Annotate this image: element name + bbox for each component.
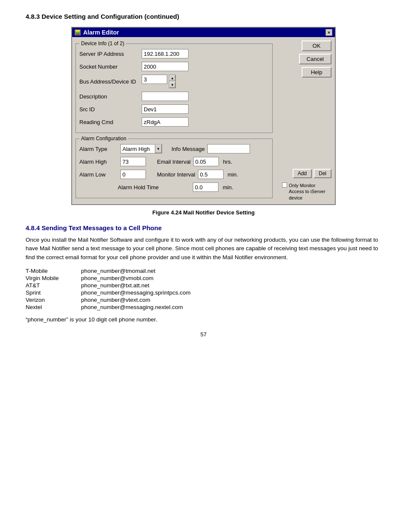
- provider-email-2: phone_number@txt.att.net: [81, 282, 149, 289]
- alarm-type-value: Alarm High: [121, 145, 155, 153]
- provider-row-4: Verizon phone_number@vtext.com: [26, 297, 381, 303]
- info-message-input[interactable]: [207, 144, 250, 153]
- dialog-close-button[interactable]: ×: [326, 29, 332, 36]
- description-row: Description: [79, 92, 269, 101]
- provider-name-5: Nextel: [26, 304, 81, 310]
- bus-address-scroll-area: ▲ ▼: [142, 75, 176, 88]
- del-button[interactable]: Del: [314, 169, 331, 178]
- provider-name-3: Sprint: [26, 289, 81, 296]
- device-info-legend: Device Info (1 of 2): [79, 40, 126, 46]
- src-id-input[interactable]: [142, 104, 189, 114]
- dialog-titlebar: Alarm Editor ×: [72, 28, 335, 37]
- alarm-type-label: Alarm Type: [79, 146, 118, 152]
- only-monitor-label: Only Monitor Access to iServer device: [289, 182, 331, 201]
- svg-rect-1: [76, 30, 80, 32]
- only-monitor-area: Only Monitor Access to iServer device: [282, 182, 331, 201]
- src-id-label: Src ID: [79, 106, 139, 113]
- alarm-type-row: Alarm Type Alarm High ▼ Info Message: [79, 144, 269, 153]
- monitor-interval-input[interactable]: [198, 170, 224, 179]
- provider-row-5: Nextel phone_number@messaging.nextel.com: [26, 304, 381, 310]
- reading-cmd-row: Reading Cmd: [79, 117, 269, 127]
- help-button[interactable]: Help: [302, 67, 331, 78]
- add-button[interactable]: Add: [293, 169, 312, 178]
- info-message-label: Info Message: [172, 146, 205, 152]
- device-info-fieldset: Device Info (1 of 2) Server IP Address S…: [76, 40, 273, 133]
- reading-cmd-input[interactable]: [142, 117, 189, 127]
- alarm-hold-time-unit: min.: [223, 184, 233, 191]
- provider-row-1: Virgin Mobile phone_number@vmobl.com: [26, 275, 381, 281]
- alarm-high-row: Alarm High Email Interval hrs.: [79, 157, 269, 166]
- provider-name-1: Virgin Mobile: [26, 275, 81, 281]
- description-label: Description: [79, 93, 139, 100]
- provider-email-0: phone_number@tmomail.net: [81, 268, 155, 274]
- add-del-row: Add Del: [293, 169, 331, 178]
- svg-rect-2: [76, 32, 80, 33]
- alarm-type-select[interactable]: Alarm High ▼: [120, 144, 162, 153]
- dialog-body: Device Info (1 of 2) Server IP Address S…: [72, 37, 335, 204]
- provider-email-5: phone_number@messaging.nextel.com: [81, 304, 183, 310]
- provider-email-4: phone_number@vtext.com: [81, 297, 150, 303]
- email-interval-label: Email Interval: [157, 159, 191, 165]
- section-484-body: Once you install the Mail Notifier Softw…: [26, 236, 381, 262]
- alarm-hold-time-row: Alarm Hold Time min.: [79, 182, 269, 192]
- provider-table: T-Mobile phone_number@tmomail.net Virgin…: [26, 268, 381, 310]
- socket-number-row: Socket Number: [79, 62, 269, 71]
- socket-number-input[interactable]: [142, 62, 189, 71]
- alarm-hold-time-input[interactable]: [193, 182, 218, 192]
- scroll-up-arrow[interactable]: ▲: [169, 75, 175, 81]
- server-ip-label: Server IP Address: [79, 51, 139, 57]
- page-number: 57: [26, 331, 381, 338]
- provider-email-3: phone_number@messaging.sprintpcs.com: [81, 289, 191, 296]
- section-484-heading: 4.8.4 Sending Text Messages to a Cell Ph…: [26, 224, 381, 231]
- bus-address-label: Bus Address/Device ID: [79, 78, 139, 85]
- reading-cmd-label: Reading Cmd: [79, 119, 139, 125]
- server-ip-row: Server IP Address: [79, 49, 269, 58]
- cancel-button[interactable]: Cancel: [299, 54, 331, 64]
- dialog-title-text: Alarm Editor: [83, 29, 119, 36]
- description-input[interactable]: [142, 92, 189, 101]
- note-text: “phone_number” is your 10 digit cell pho…: [26, 316, 381, 323]
- email-interval-input[interactable]: [193, 157, 219, 166]
- scrollbar[interactable]: ▲ ▼: [169, 75, 176, 88]
- monitor-interval-unit: min.: [228, 171, 238, 178]
- alarm-low-label: Alarm Low: [79, 171, 118, 178]
- provider-row-2: AT&T phone_number@txt.att.net: [26, 282, 381, 289]
- titlebar-left: Alarm Editor: [75, 29, 119, 36]
- alarm-low-input[interactable]: [120, 170, 146, 179]
- ok-button[interactable]: OK: [302, 40, 331, 51]
- section-heading: 4.8.3 Device Setting and Configuration (…: [26, 13, 381, 20]
- alarm-editor-dialog: Alarm Editor × Device Info (1 of 2) Serv…: [71, 27, 336, 205]
- email-interval-unit: hrs.: [223, 159, 233, 165]
- server-ip-input[interactable]: [142, 49, 189, 58]
- svg-rect-3: [76, 34, 80, 35]
- bus-address-input[interactable]: [142, 75, 167, 84]
- monitor-interval-label: Monitor Interval: [157, 171, 195, 178]
- alarm-high-input[interactable]: [120, 157, 146, 166]
- socket-number-label: Socket Number: [79, 64, 139, 70]
- dialog-right-panel: OK Cancel Help Add Del Only Monitor Acce…: [276, 40, 331, 201]
- alarm-config-legend: Alarm Configuration: [79, 136, 128, 142]
- provider-name-4: Verizon: [26, 297, 81, 303]
- scroll-down-arrow[interactable]: ▼: [169, 82, 175, 88]
- only-monitor-checkbox[interactable]: [282, 182, 287, 188]
- provider-name-2: AT&T: [26, 282, 81, 289]
- alarm-low-row: Alarm Low Monitor Interval min.: [79, 170, 269, 179]
- alarm-config-fieldset: Alarm Configuration Alarm Type Alarm Hig…: [76, 136, 273, 198]
- figure-caption: Figure 4.24 Mail Notifier Device Setting: [26, 209, 381, 216]
- src-id-row: Src ID: [79, 104, 269, 114]
- alarm-type-dropdown-arrow[interactable]: ▼: [155, 145, 162, 153]
- provider-name-0: T-Mobile: [26, 268, 81, 274]
- dialog-left-panel: Device Info (1 of 2) Server IP Address S…: [76, 40, 273, 201]
- alarm-hold-time-label: Alarm Hold Time: [118, 184, 190, 191]
- dialog-title-icon: [75, 29, 81, 35]
- bus-address-row: Bus Address/Device ID ▲ ▼: [79, 75, 269, 88]
- provider-row-0: T-Mobile phone_number@tmomail.net: [26, 268, 381, 274]
- alarm-high-label: Alarm High: [79, 159, 118, 165]
- provider-email-1: phone_number@vmobl.com: [81, 275, 154, 281]
- provider-row-3: Sprint phone_number@messaging.sprintpcs.…: [26, 289, 381, 296]
